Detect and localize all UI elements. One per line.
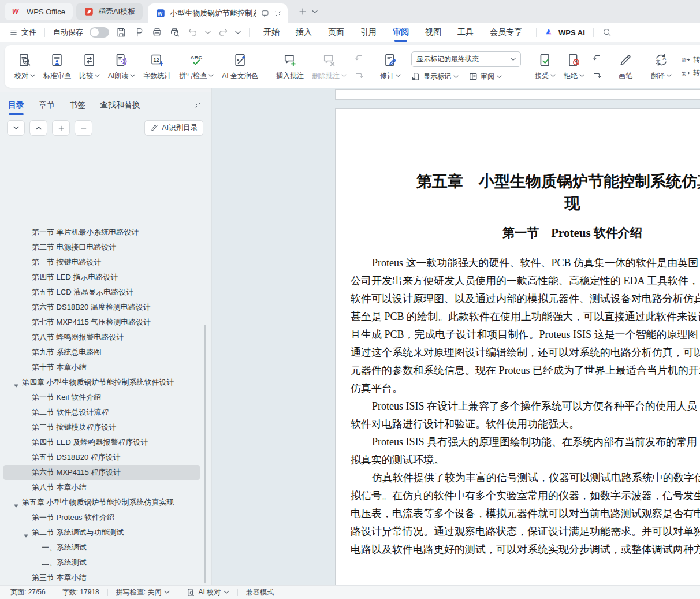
menu-tab-home[interactable]: 开始 [263,27,280,38]
ribbon-group-pen: 画笔 [614,45,637,88]
markup-state-combobox[interactable]: 显示标记的最终状态 [411,51,521,67]
ribbon-button-label: 插入批注 [276,71,304,81]
chevron-down-icon [224,590,229,594]
ribbon-button-reject[interactable]: 拒绝 [560,51,589,83]
toc-item[interactable]: 一、系统调试 [3,540,200,555]
toc-item[interactable]: 第五节 LCD 液晶显示电路设计 [3,285,200,300]
toc-item[interactable]: 第二节 软件总设计流程 [3,405,200,420]
label-text: AI朗读 [108,71,128,81]
tab-wps-office[interactable]: W WPS Office [5,3,73,20]
ribbon-button-prev-change[interactable] [590,51,604,65]
sidebar-scrollbar[interactable] [204,325,206,583]
menu-tab-review[interactable]: 审阅 [393,27,409,38]
ribbon-button-compare[interactable]: 比较 [75,51,104,83]
sidebar-tab-toc[interactable]: 目录 [8,100,24,110]
toc-item[interactable]: 第九节 系统总电路图 [3,345,200,360]
status-bar: 页面: 27/56 字数: 17918 拼写检查: 关闭 AI 校对 兼容模式 [0,585,700,599]
ribbon-button-brush[interactable]: 画笔 [614,51,637,83]
print-preview-icon[interactable] [169,27,181,38]
ribbon-button-review-pane[interactable]: 审阅 [468,72,502,81]
ribbon-button-translate[interactable]: 文A翻译 [647,51,676,83]
document-text-line: 甚至是 PCB 的绘制。此款软件在使用上功能强大，可以直接通过此软件来设计 [351,308,700,326]
document-canvas: 第五章 小型生物质锅炉节能控制系统仿真实 现 第一节 Proteus 软件介绍 … [211,88,700,586]
ai-proofread-status[interactable]: AI 校对 [187,587,229,597]
toc-item[interactable]: 第一节 单片机最小系统电路设计 [3,229,200,240]
tab-document[interactable]: W 小型生物质锅炉节能控制系统 [148,3,288,23]
comment-bubble-icon[interactable] [260,9,270,18]
sidebar-tab-bookmarks[interactable]: 书签 [69,100,85,110]
undo-icon[interactable] [187,27,199,38]
ribbon-button-accept[interactable]: 接受 [531,51,560,83]
ribbon-button-spell-check[interactable]: ABC拼写检查 [175,51,218,83]
toc-item[interactable]: 第二节 系统调试与功能测试 [3,525,200,540]
ribbon-button-standard-review[interactable]: 标准审查 [39,51,75,83]
menu-tab-membership[interactable]: 会员专享 [490,27,522,38]
divider [249,28,250,37]
menu-tab-view[interactable]: 视图 [425,27,441,38]
file-menu-button[interactable]: 文件 [9,27,36,38]
search-icon[interactable] [602,27,612,38]
toc-item[interactable]: 第六节 MXP4115 程序设计 [3,465,200,480]
autosave-toggle[interactable] [90,27,109,38]
tab-docer-template[interactable]: 稻壳AI模板 [76,3,143,20]
toc-item[interactable]: 第一节 Proteus 软件介绍 [3,510,200,525]
toc-item[interactable]: 第七节 MXP4115 气压检测电路设计 [3,315,200,330]
ribbon-button-insert-comment[interactable]: 插入批注 [272,51,308,83]
toc-item[interactable]: 第四章 小型生物质锅炉节能控制系统软件设计 [3,375,200,390]
menu-tab-page-layout[interactable]: 页面 [328,27,344,38]
sidebar-tab-chapters[interactable]: 章节 [39,100,55,110]
toc-item[interactable]: 第三节 按键模块程序设计 [3,420,200,435]
ribbon-button-show-markup[interactable]: 显示标记 [411,72,459,81]
tab-docer-label: 稻壳AI模板 [98,6,135,17]
close-sidebar-icon[interactable] [193,101,202,110]
compatibility-mode: 兼容模式 [246,587,274,597]
toc-zoom-in-button[interactable] [52,120,70,136]
spell-check-status[interactable]: 拼写检查: 关闭 [116,587,170,597]
ribbon-group-comments: 插入批注删除批注 [272,45,366,88]
sidebar-tab-find-replace[interactable]: 查找和替换 [100,100,140,110]
document-text-line: Proteus ISIS 在设计上兼容了多个操作系统可以方便各种平台的使用人员 [351,397,700,415]
ribbon-button-proofread[interactable]: 校对 [10,51,39,83]
toc-item[interactable]: 第五节 DS18B20 程序设计 [3,450,200,465]
new-tab-icon[interactable] [298,7,307,16]
chapter-title-line1: 第五章 小型生物质锅炉节能控制系统仿真实 [336,171,700,192]
export-pdf-icon[interactable] [133,27,145,38]
ribbon-button-word-count[interactable]: 12字数统计 [139,51,175,83]
close-tab-icon[interactable] [274,9,282,18]
ribbon-button-simplified-to-traditional[interactable]: 简转繁 [681,55,700,65]
ribbon-button-ai-read[interactable]: AI朗读 [104,51,139,83]
toc-item[interactable]: 第四节 LED 及蜂鸣器报警程序设计 [3,435,200,450]
toc-item[interactable]: 第八节 蜂鸣器报警电路设计 [3,330,200,345]
ribbon-button-ai-polish[interactable]: AI 全文润色 [218,51,262,83]
toc-expand-button[interactable] [7,120,25,136]
menu-tab-references[interactable]: 引用 [360,27,377,38]
toc-collapse-button[interactable] [29,120,47,136]
toc-item[interactable]: 第四节 LED 指示电路设计 [3,270,200,285]
ai-recognize-toc-button[interactable]: AI识别目录 [144,120,203,136]
toc-zoom-out-button[interactable] [75,120,92,136]
document-page[interactable]: 第五章 小型生物质锅炉节能控制系统仿真实 现 第一节 Proteus 软件介绍 … [335,108,700,586]
save-icon[interactable] [116,27,127,38]
ribbon-button-revision[interactable]: 修订 [376,51,405,83]
wps-ai-button[interactable]: WPS AI [545,27,585,38]
toc-item[interactable]: 第十节 本章小结 [3,360,200,375]
toc-item[interactable]: 二、系统测试 [3,555,200,570]
print-icon[interactable] [151,27,163,38]
menu-tab-insert[interactable]: 插入 [296,27,312,38]
toc-item[interactable]: 第三节 本章小结 [3,570,200,585]
toc-item[interactable]: 第一节 Keil 软件介绍 [3,390,200,405]
chevron-down-icon [497,75,502,79]
toc-item[interactable]: 第六节 DS18B20 温度检测电路设计 [3,300,200,315]
ribbon-button-traditional-to-simplified[interactable]: 繁转简 [681,68,700,78]
toc-item[interactable]: 第二节 电源接口电路设计 [3,240,200,255]
undo-chevron-icon[interactable] [205,31,211,35]
document-text-line: 仿真平台。 [351,380,700,397]
tab-list-chevron-icon[interactable] [312,10,318,14]
toc-item[interactable]: 第八节 本章小结 [3,480,200,495]
quick-access-chevron-icon[interactable] [235,31,241,35]
ribbon-button-next-change[interactable] [590,68,604,82]
toc-item[interactable]: 第五章 小型生物质锅炉节能控制系统仿真实现 [3,495,200,510]
toc-item[interactable]: 第三节 按键电路设计 [3,255,200,270]
menu-tab-tools[interactable]: 工具 [457,27,474,38]
redo-icon[interactable] [217,27,229,38]
